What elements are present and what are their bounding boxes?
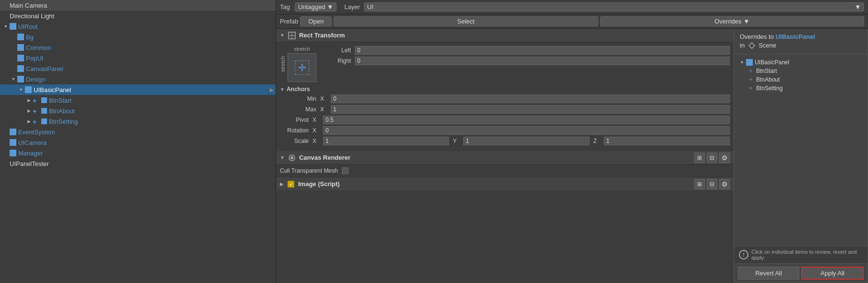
revert-all-button[interactable]: Revert All xyxy=(738,267,799,280)
hierarchy-item-main-camera[interactable]: Main Camera xyxy=(0,0,276,11)
hierarchy-label-uipaneltester: UIPanelTester xyxy=(10,160,49,167)
apply-all-button[interactable]: Apply All xyxy=(801,267,864,280)
layer-value: UI xyxy=(367,3,374,11)
image-script-gear-icon[interactable]: ⚙ xyxy=(719,179,730,189)
pivot-label: Pivot xyxy=(280,117,309,123)
hierarchy-item-uiroot[interactable]: ▼UIRoot xyxy=(0,21,276,32)
canvas-renderer-icon1[interactable]: ⊞ xyxy=(694,153,705,163)
hierarchy-label-directional-light: Directional Light xyxy=(10,12,54,20)
min-field-row: Min X xyxy=(288,94,730,103)
hierarchy-item-popui[interactable]: PopUI xyxy=(0,53,276,63)
overrides-btnabout-plus-icon: + xyxy=(747,76,754,83)
hierarchy-panel: Main CameraDirectional Light▼UIRootBgCom… xyxy=(0,0,276,283)
pivot-x-input[interactable] xyxy=(323,116,730,124)
prefab-open-button[interactable]: Open xyxy=(300,16,332,26)
hierarchy-item-eventsystem[interactable]: EventSystem xyxy=(0,127,276,137)
overrides-item-btnabout[interactable]: + BtnAbout xyxy=(738,75,864,84)
overrides-item-btnstart[interactable]: + BtnStart xyxy=(738,67,864,75)
tag-value: Untagged xyxy=(298,3,325,11)
scale-z-input[interactable] xyxy=(604,137,730,145)
hierarchy-item-btnabout[interactable]: ▶+BtnAbout xyxy=(0,106,276,116)
prefab-select-button[interactable]: Select xyxy=(334,16,598,26)
left-input[interactable] xyxy=(355,46,730,55)
prefab-overrides-button[interactable]: Overrides ▼ xyxy=(600,16,864,26)
min-x-input[interactable] xyxy=(331,94,730,103)
hierarchy-item-common[interactable]: Common xyxy=(0,42,276,53)
hierarchy-item-manager[interactable]: Manager xyxy=(0,148,276,158)
hierarchy-icon-common xyxy=(17,44,24,51)
hierarchy-item-btnstart[interactable]: ▶+BtnStart xyxy=(0,95,276,106)
hierarchy-label-common: Common xyxy=(26,44,51,51)
hierarchy-arrow-btnsetting[interactable]: ▶ xyxy=(25,119,33,124)
overrides-item-uibasicpanel[interactable]: ▼ UIBasicPanel xyxy=(738,58,864,67)
scale-x-label: X xyxy=(313,138,319,144)
hierarchy-cube-btnabout xyxy=(41,108,47,114)
overrides-title-line1: Overrides to xyxy=(740,33,774,40)
overrides-in-label: in xyxy=(740,41,745,50)
hierarchy-label-popui: PopUI xyxy=(26,55,43,62)
canvas-renderer-header[interactable]: ▼ Canvas Renderer ⊞ ⊟ ⚙ xyxy=(276,151,734,165)
max-field-row: Max X xyxy=(288,105,730,114)
scale-y-input[interactable] xyxy=(463,137,589,145)
hierarchy-item-btnsetting[interactable]: ▶+BtnSetting xyxy=(0,116,276,127)
hierarchy-item-uipaneltester[interactable]: UIPanelTester xyxy=(0,158,276,169)
left-label: Left xyxy=(322,47,351,54)
hierarchy-cube-btnsetting xyxy=(41,118,47,124)
hierarchy-icon-popui xyxy=(17,55,24,61)
image-script-header[interactable]: ▶ ✓ Image (Script) ⊞ ⊟ ⚙ xyxy=(276,177,734,190)
hierarchy-icon-bg xyxy=(17,34,24,40)
rect-inner-box: ✛ xyxy=(295,60,309,75)
anchors-label: Anchors xyxy=(287,86,310,93)
layer-chevron-icon: ▼ xyxy=(855,3,861,11)
hierarchy-right-chevron-uibasicpanel[interactable]: ▶ xyxy=(270,87,274,93)
hierarchy-icon-eventsystem xyxy=(10,129,16,135)
scale-x-input[interactable] xyxy=(323,137,449,145)
hierarchy-arrow-btnabout[interactable]: ▶ xyxy=(25,108,33,113)
hierarchy-item-design[interactable]: ▼Design xyxy=(0,74,276,84)
canvas-renderer-collapse-icon: ▼ xyxy=(280,155,285,160)
overrides-btnabout-label: BtnAbout xyxy=(756,76,780,83)
canvas-renderer-icon2[interactable]: ⊟ xyxy=(707,153,717,163)
hierarchy-icon-btnabout: + xyxy=(33,107,39,114)
hierarchy-label-main-camera: Main Camera xyxy=(10,2,47,9)
hierarchy-item-canvaspanel[interactable]: CanvasPanel xyxy=(0,63,276,74)
right-input[interactable] xyxy=(355,57,730,65)
inspector-topbar: Tag Untagged ▼ Layer UI ▼ xyxy=(276,0,868,14)
rect-transform-header[interactable]: ▼ Rect Transform xyxy=(276,29,734,42)
hierarchy-item-uibasicpanel[interactable]: ▼UIBasicPanel▶ xyxy=(0,84,276,95)
info-text: Click on individual items to review, rev… xyxy=(751,249,863,260)
image-script-icon1[interactable]: ⊞ xyxy=(694,179,705,189)
hierarchy-label-bg: Bg xyxy=(26,34,34,41)
overrides-item-btnsetting[interactable]: + BtnSetting xyxy=(738,84,864,93)
stretch-widget-row: stretch stretch ✛ xyxy=(280,46,316,82)
pivot-x-label: X xyxy=(313,117,319,123)
rotation-x-input[interactable] xyxy=(323,126,730,135)
cull-checkbox[interactable] xyxy=(342,167,349,174)
hierarchy-item-uicamera[interactable]: UICamera xyxy=(0,137,276,148)
transform-fields: Left Right xyxy=(322,46,730,65)
hierarchy-arrow-design[interactable]: ▼ xyxy=(10,77,17,82)
rect-transform-widget[interactable]: ✛ xyxy=(288,53,316,82)
canvas-renderer-title: Canvas Renderer xyxy=(299,154,350,161)
hierarchy-arrow-uibasicpanel[interactable]: ▼ xyxy=(17,87,25,92)
inspector-panel: Tag Untagged ▼ Layer UI ▼ Prefab Open Se… xyxy=(276,0,868,283)
canvas-renderer-body: Cull Transparent Mesh xyxy=(276,165,734,177)
hierarchy-arrow-uiroot[interactable]: ▼ xyxy=(2,24,10,29)
max-x-input[interactable] xyxy=(331,105,730,114)
hierarchy-item-directional-light[interactable]: Directional Light xyxy=(0,11,276,21)
overrides-tree: ▼ UIBasicPanel + BtnStart + BtnAbout + xyxy=(734,54,868,246)
max-label: Max xyxy=(288,106,316,113)
tag-dropdown[interactable]: Untagged ▼ xyxy=(295,2,337,12)
hierarchy-arrow-btnstart[interactable]: ▶ xyxy=(25,98,33,103)
overrides-scene-label: Scene xyxy=(759,41,776,50)
overrides-popup: Overrides to UIBasicPanel in Scene ▼ xyxy=(734,29,868,283)
rotation-field-row: Rotation X xyxy=(280,126,730,135)
layer-label: Layer xyxy=(344,3,360,11)
image-script-title: Image (Script) xyxy=(298,180,340,188)
canvas-renderer-gear-icon[interactable]: ⚙ xyxy=(719,153,730,163)
stretch-h-label: stretch xyxy=(294,46,310,52)
image-script-icon2[interactable]: ⊟ xyxy=(707,179,717,189)
hierarchy-item-bg[interactable]: Bg xyxy=(0,32,276,42)
layer-dropdown[interactable]: UI ▼ xyxy=(364,2,864,12)
hierarchy-label-btnsetting: BtnSetting xyxy=(49,118,78,125)
